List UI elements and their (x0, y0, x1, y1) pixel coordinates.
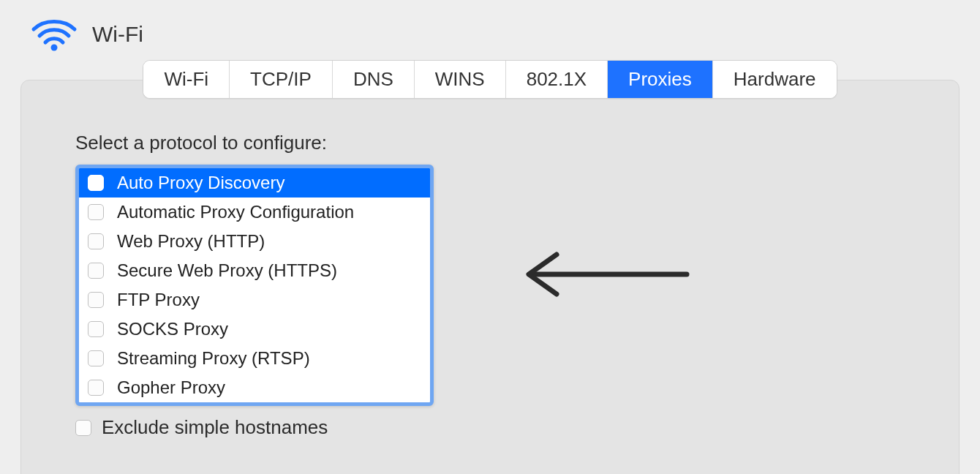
checkbox-icon[interactable] (88, 263, 104, 279)
checkbox-icon[interactable] (88, 350, 104, 366)
tab-dns[interactable]: DNS (333, 61, 415, 98)
protocol-section-label: Select a protocol to configure: (75, 132, 905, 154)
tab-wins[interactable]: WINS (415, 61, 506, 98)
exclude-hostnames-row[interactable]: Exclude simple hostnames (75, 416, 905, 439)
proxies-panel: Select a protocol to configure: Auto Pro… (20, 80, 960, 474)
protocol-label: Streaming Proxy (RTSP) (117, 348, 310, 369)
protocol-list: Auto Proxy Discovery Automatic Proxy Con… (75, 165, 434, 406)
protocol-label: Web Proxy (HTTP) (117, 231, 265, 252)
interface-title: Wi-Fi (92, 22, 143, 47)
svg-point-0 (51, 45, 58, 51)
protocol-row-socks-proxy[interactable]: SOCKS Proxy (79, 315, 430, 344)
annotation-arrow-icon (519, 249, 694, 303)
checkbox-icon[interactable] (88, 292, 104, 308)
tabbar: Wi-Fi TCP/IP DNS WINS 802.1X Proxies Har… (143, 60, 837, 99)
protocol-row-gopher-proxy[interactable]: Gopher Proxy (79, 373, 430, 402)
exclude-hostnames-label: Exclude simple hostnames (102, 416, 328, 439)
protocol-label: Automatic Proxy Configuration (117, 202, 354, 222)
wifi-icon (31, 16, 78, 53)
checkbox-icon[interactable] (88, 233, 104, 249)
checkbox-icon[interactable] (88, 175, 104, 191)
tab-proxies[interactable]: Proxies (608, 61, 713, 98)
network-header: Wi-Fi (0, 0, 980, 60)
checkbox-icon[interactable] (88, 380, 104, 396)
protocol-row-ftp-proxy[interactable]: FTP Proxy (79, 285, 430, 315)
protocol-row-secure-web-proxy-https[interactable]: Secure Web Proxy (HTTPS) (79, 256, 430, 285)
protocol-label: SOCKS Proxy (117, 319, 228, 339)
tab-hardware[interactable]: Hardware (713, 61, 837, 98)
protocol-row-automatic-proxy-configuration[interactable]: Automatic Proxy Configuration (79, 198, 430, 227)
tabbar-container: Wi-Fi TCP/IP DNS WINS 802.1X Proxies Har… (0, 60, 980, 99)
checkbox-icon[interactable] (75, 420, 91, 436)
protocol-label: Gopher Proxy (117, 377, 225, 398)
protocol-row-streaming-proxy-rtsp[interactable]: Streaming Proxy (RTSP) (79, 344, 430, 373)
protocol-label: Auto Proxy Discovery (117, 173, 284, 193)
protocol-label: FTP Proxy (117, 290, 200, 310)
protocol-row-web-proxy-http[interactable]: Web Proxy (HTTP) (79, 227, 430, 256)
tab-wifi[interactable]: Wi-Fi (143, 61, 230, 98)
protocol-row-auto-proxy-discovery[interactable]: Auto Proxy Discovery (79, 168, 430, 198)
checkbox-icon[interactable] (88, 204, 104, 220)
tab-tcpip[interactable]: TCP/IP (230, 61, 333, 98)
checkbox-icon[interactable] (88, 321, 104, 337)
tab-8021x[interactable]: 802.1X (506, 61, 608, 98)
protocol-label: Secure Web Proxy (HTTPS) (117, 260, 337, 281)
